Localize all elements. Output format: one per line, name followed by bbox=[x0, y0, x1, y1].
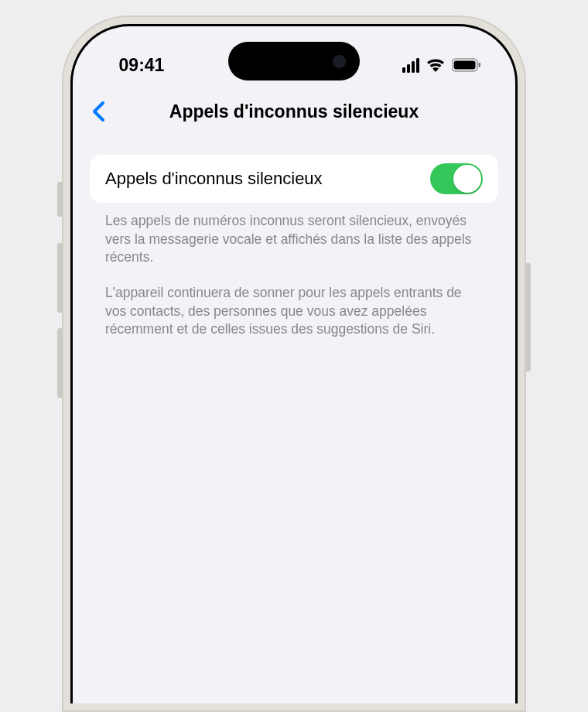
battery-icon bbox=[452, 58, 481, 72]
back-button[interactable] bbox=[87, 100, 110, 123]
silence-unknown-callers-row: Appels d'inconnus silencieux bbox=[90, 155, 498, 203]
silence-unknown-callers-toggle[interactable] bbox=[430, 163, 483, 194]
status-icons bbox=[402, 58, 481, 73]
wifi-icon bbox=[426, 58, 445, 72]
dynamic-island bbox=[228, 42, 360, 80]
device-wrapper: 09:41 bbox=[62, 15, 526, 712]
footer-text: Les appels de numéros inconnus seront si… bbox=[90, 203, 498, 339]
footer-paragraph-1: Les appels de numéros inconnus seront si… bbox=[105, 212, 483, 267]
phone-bezel: 09:41 bbox=[70, 24, 518, 703]
screen: 09:41 bbox=[73, 26, 515, 703]
status-time: 09:41 bbox=[107, 55, 176, 76]
page-title: Appels d'inconnus silencieux bbox=[169, 101, 419, 122]
svg-rect-1 bbox=[454, 61, 476, 70]
cellular-icon bbox=[402, 58, 419, 73]
content: Appels d'inconnus silencieux Les appels … bbox=[73, 133, 515, 339]
nav-bar: Appels d'inconnus silencieux bbox=[73, 90, 515, 133]
setting-label: Appels d'inconnus silencieux bbox=[105, 169, 323, 189]
footer-paragraph-2: L'appareil continuera de sonner pour les… bbox=[105, 284, 483, 339]
phone-frame: 09:41 bbox=[62, 15, 526, 712]
chevron-left-icon bbox=[91, 101, 105, 122]
svg-rect-2 bbox=[479, 63, 481, 67]
